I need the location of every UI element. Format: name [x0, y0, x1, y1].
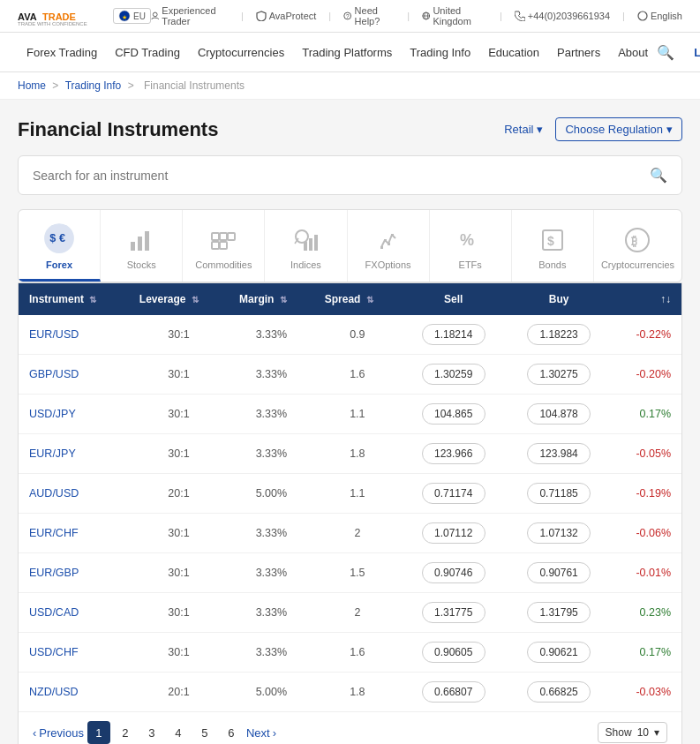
sort-margin-icon[interactable]: ⇅	[280, 295, 287, 304]
sell-button[interactable]: 0.90746	[422, 562, 485, 583]
instrument-link[interactable]: EUR/USD	[29, 328, 79, 341]
next-button[interactable]: Next ›	[246, 726, 276, 740]
buy-button[interactable]: 1.31795	[527, 602, 591, 623]
phone-link[interactable]: +44(0)2039661934	[515, 11, 610, 21]
nav-education[interactable]: Education	[479, 35, 548, 70]
nav-forex-trading[interactable]: Forex Trading	[18, 35, 106, 70]
change-cell: -0.20%	[612, 355, 681, 395]
page-number-6[interactable]: 6	[220, 721, 243, 744]
page-number-3[interactable]: 3	[140, 721, 163, 744]
choose-regulation-button[interactable]: Choose Regulation ▾	[555, 117, 682, 141]
sell-button[interactable]: 104.865	[422, 403, 485, 425]
fxoptions-tab-icon	[374, 226, 403, 254]
instrument-link[interactable]: USD/CHF	[29, 646, 79, 658]
buy-button[interactable]: 0.71185	[527, 483, 591, 504]
buy-cell: 104.878	[506, 395, 611, 434]
trader-type[interactable]: Experienced Trader	[151, 5, 229, 26]
svg-point-11	[638, 11, 647, 20]
svg-rect-21	[212, 242, 219, 249]
sell-button[interactable]: 1.30259	[422, 364, 485, 385]
sell-button[interactable]: 123.966	[422, 443, 485, 464]
sell-button[interactable]: 0.90605	[422, 642, 485, 663]
spread-cell: 0.9	[314, 315, 401, 355]
retail-dropdown[interactable]: Retail ▾	[504, 123, 543, 136]
sell-button[interactable]: 1.07112	[422, 522, 485, 544]
tab-crypto[interactable]: ₿ Cryptocurrencies	[594, 210, 681, 282]
eu-label: EU	[133, 11, 146, 21]
sell-button[interactable]: 0.66807	[422, 681, 485, 703]
sell-button[interactable]: 0.71174	[422, 483, 485, 504]
page-number-1[interactable]: 1	[87, 721, 110, 744]
sell-button[interactable]: 1.18214	[422, 324, 485, 345]
tab-indices[interactable]: Indices	[265, 210, 347, 282]
instrument-link[interactable]: USD/CAD	[29, 606, 79, 619]
bonds-tab-icon: $	[538, 226, 567, 254]
change-cell: 0.17%	[612, 633, 681, 673]
buy-button[interactable]: 0.90761	[527, 562, 591, 583]
prev-button[interactable]: ‹ Previous	[33, 726, 84, 740]
change-cell: -0.19%	[612, 474, 681, 514]
svg-text:?: ?	[346, 13, 350, 19]
leverage-cell: 30:1	[129, 553, 229, 593]
buy-button[interactable]: 0.66825	[527, 681, 591, 703]
instrument-link[interactable]: EUR/JPY	[29, 447, 76, 460]
page-number-5[interactable]: 5	[193, 721, 216, 744]
instrument-link[interactable]: GBP/USD	[29, 368, 79, 380]
buy-button[interactable]: 123.984	[527, 443, 591, 464]
buy-button[interactable]: 1.18223	[527, 324, 591, 345]
breadcrumb-section[interactable]: Trading Info	[65, 79, 122, 92]
page-number-2[interactable]: 2	[114, 721, 137, 744]
login-button[interactable]: Login	[683, 41, 700, 64]
nav-cryptocurrencies[interactable]: Cryptocurrencies	[189, 35, 293, 70]
tab-stocks[interactable]: Stocks	[101, 210, 183, 282]
table-row: EUR/USD 30:1 3.33% 0.9 1.18214 1.18223 -…	[19, 315, 681, 355]
svg-rect-35	[391, 234, 394, 237]
tab-fxoptions[interactable]: FXOptions	[348, 210, 430, 282]
nav-partners[interactable]: Partners	[548, 35, 609, 70]
instrument-link[interactable]: NZD/USD	[29, 686, 79, 698]
tab-forex[interactable]: $ € Forex	[19, 210, 101, 282]
tab-forex-label: Forex	[46, 259, 72, 270]
nav-trading-info[interactable]: Trading Info	[401, 35, 479, 70]
sell-button[interactable]: 1.31775	[422, 602, 485, 623]
nav-cfd-trading[interactable]: CFD Trading	[106, 35, 189, 70]
tab-indices-label: Indices	[290, 259, 321, 270]
buy-cell: 1.31795	[506, 593, 611, 633]
nav-trading-platforms[interactable]: Trading Platforms	[293, 35, 401, 70]
instrument-link[interactable]: EUR/GBP	[29, 567, 79, 579]
sort-instrument-icon[interactable]: ⇅	[89, 295, 96, 304]
search-nav-icon[interactable]: 🔍	[657, 44, 674, 61]
page-number-4[interactable]: 4	[167, 721, 190, 744]
buy-cell: 0.90621	[506, 633, 611, 673]
language-link[interactable]: English	[637, 11, 682, 21]
search-input[interactable]	[33, 169, 650, 183]
instrument-link[interactable]: AUD/USD	[29, 487, 79, 500]
tab-etfs[interactable]: % ETFs	[430, 210, 512, 282]
tab-crypto-label: Cryptocurrencies	[601, 259, 674, 270]
show-count-dropdown[interactable]: Show 10 ▾	[598, 722, 667, 743]
svg-text:€: €	[59, 232, 65, 244]
breadcrumb-home[interactable]: Home	[18, 79, 46, 92]
sort-leverage-icon[interactable]: ⇅	[192, 295, 199, 304]
prev-chevron-icon: ‹	[33, 726, 36, 740]
instrument-link[interactable]: USD/JPY	[29, 408, 76, 420]
region-link[interactable]: United Kingdom	[422, 5, 487, 26]
svg-text:%: %	[460, 231, 474, 249]
sort-spread-icon[interactable]: ⇅	[366, 295, 373, 304]
svg-point-5	[153, 12, 157, 17]
tab-bonds-label: Bonds	[538, 259, 566, 270]
ava-protect-link[interactable]: AvaProtect	[256, 11, 317, 21]
buy-button[interactable]: 0.90621	[527, 642, 591, 663]
instrument-link[interactable]: EUR/CHF	[29, 527, 79, 539]
page-title: Financial Instruments	[18, 118, 218, 141]
need-help-link[interactable]: ? Need Help?	[343, 5, 395, 26]
buy-button[interactable]: 1.07132	[527, 522, 591, 544]
regulation-chevron-icon: ▾	[666, 123, 673, 136]
buy-button[interactable]: 1.30275	[527, 364, 591, 385]
change-cell: -0.03%	[612, 673, 681, 712]
nav-about[interactable]: About	[609, 35, 657, 70]
tab-bonds[interactable]: $ Bonds	[512, 210, 594, 282]
buy-button[interactable]: 104.878	[527, 403, 591, 425]
tab-commodities[interactable]: Commodities	[183, 210, 265, 282]
leverage-cell: 30:1	[129, 315, 229, 355]
